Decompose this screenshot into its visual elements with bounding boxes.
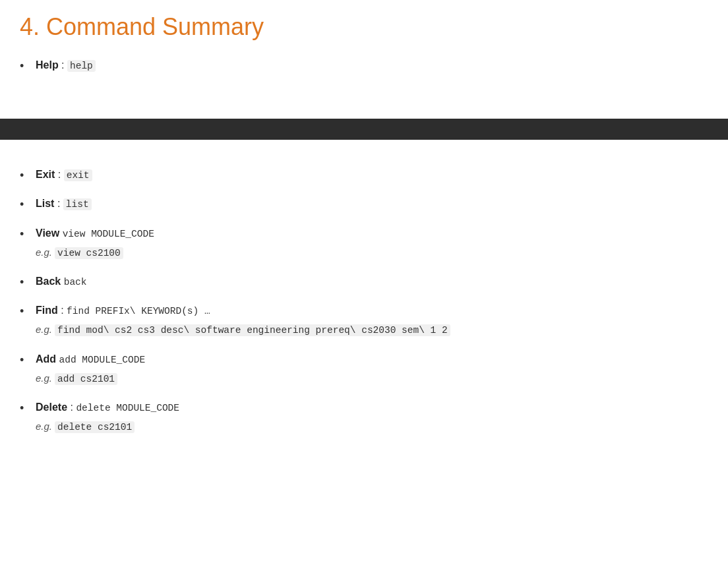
command-code: help [67, 60, 96, 72]
page-title: 4. Command Summary [20, 13, 708, 41]
example-code-find: find mod\ cs2 cs3 desc\ software enginee… [55, 324, 450, 336]
top-command-list: Help : help [20, 57, 708, 74]
example-view: e.g.view cs2100 [36, 245, 708, 261]
separator: : [55, 169, 63, 180]
command-code-list: list [63, 198, 92, 210]
command-label: Help [36, 59, 59, 71]
separator: : [59, 59, 67, 71]
separator: : [67, 401, 76, 413]
list-item: Help : help [20, 57, 708, 74]
eg-label-delete: e.g. [36, 421, 52, 432]
list-item-back: Back back [20, 273, 708, 290]
command-label-add: Add [36, 353, 56, 365]
eg-label: e.g. [36, 247, 52, 258]
command-code-find: find PREFIx\ KEYWORD(s) … [67, 306, 210, 316]
bottom-command-list: Exit : exit List : list View view MODULE… [20, 166, 708, 435]
list-item-list: List : list [20, 195, 708, 212]
command-label-exit: Exit [36, 169, 55, 180]
list-item-find: Find : find PREFIx\ KEYWORD(s) … e.g.fin… [20, 302, 708, 338]
example-add: e.g.add cs2101 [36, 370, 708, 387]
command-code-back: back [64, 277, 87, 287]
divider-bar [0, 119, 728, 140]
list-item-view: View view MODULE_CODE e.g.view cs2100 [20, 225, 708, 261]
eg-label-find: e.g. [36, 324, 52, 335]
separator: : [54, 198, 63, 209]
command-label-delete: Delete [36, 401, 67, 413]
command-code-view: view MODULE_CODE [63, 229, 154, 239]
example-code-delete: delete cs2101 [55, 421, 135, 433]
command-code-add: add MODULE_CODE [59, 355, 146, 365]
command-code-delete: delete MODULE_CODE [76, 403, 179, 413]
command-label-back: Back [36, 276, 61, 287]
example-delete: e.g.delete cs2101 [36, 419, 708, 435]
example-find: e.g.find mod\ cs2 cs3 desc\ software eng… [36, 322, 708, 338]
command-label-list: List [36, 198, 54, 209]
separator: : [58, 305, 67, 316]
command-label-view: View [36, 227, 59, 239]
command-label-find: Find [36, 305, 58, 316]
example-code-view: view cs2100 [55, 247, 123, 259]
list-item-add: Add add MODULE_CODE e.g.add cs2101 [20, 351, 708, 387]
bottom-section: Exit : exit List : list View view MODULE… [0, 146, 728, 473]
command-code-exit: exit [64, 169, 92, 181]
example-code-add: add cs2101 [55, 373, 117, 385]
top-section: 4. Command Summary Help : help [0, 0, 728, 112]
list-item-delete: Delete : delete MODULE_CODE e.g.delete c… [20, 399, 708, 435]
eg-label-add: e.g. [36, 372, 52, 384]
list-item-exit: Exit : exit [20, 166, 708, 183]
